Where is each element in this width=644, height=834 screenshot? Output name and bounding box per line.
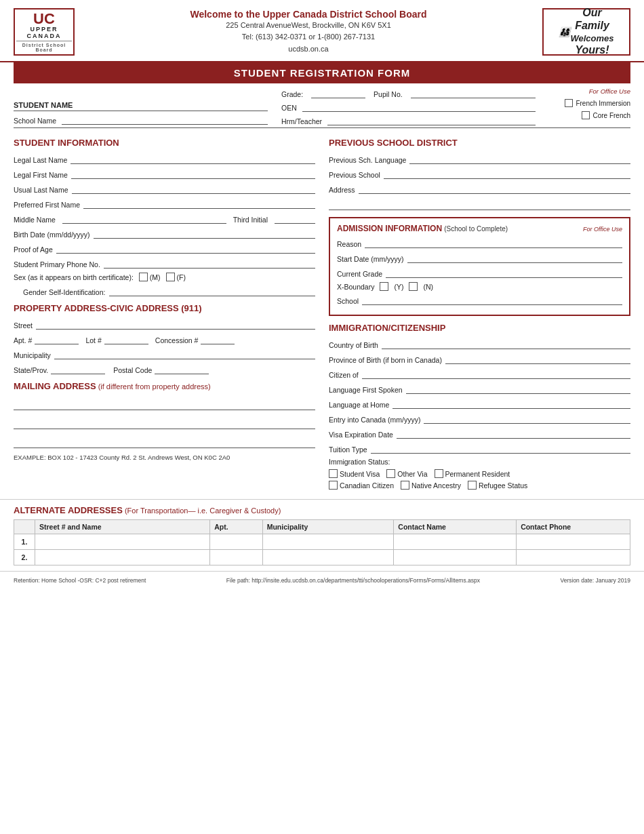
admission-section: ADMISSION INFORMATION (School to Complet…: [329, 217, 630, 316]
row2-contact-name[interactable]: [394, 550, 517, 565]
student-info-section: STUDENT INFORMATION Legal Last Name Lega…: [14, 138, 315, 296]
sex-m-checkbox[interactable]: [139, 273, 148, 281]
prev-sch-lang-field[interactable]: [409, 153, 630, 164]
entry-canada-field[interactable]: [424, 413, 630, 424]
legal-last-name-row: Legal Last Name: [14, 153, 315, 164]
apt-item: Apt. #: [14, 334, 79, 344]
start-date-field[interactable]: [407, 252, 622, 263]
other-via-option: Other Via: [386, 469, 427, 478]
grade-label: Grade:: [281, 90, 303, 98]
third-initial-field[interactable]: [275, 213, 315, 224]
address-line1: 225 Central AvenueWest, Brockville, ON K…: [75, 20, 542, 32]
legal-last-name-field[interactable]: [71, 153, 315, 164]
legal-first-name-row: Legal First Name: [14, 168, 315, 179]
native-ancestry-checkbox[interactable]: [401, 481, 409, 490]
property-title: PROPERTY ADDRESS-CIVIC ADDRESS (911): [14, 303, 315, 313]
previous-school-section: PREVIOUS SCHOOL DISTRICT Previous Sch. L…: [329, 138, 630, 210]
prev-school-field[interactable]: [384, 168, 630, 179]
legal-first-name-field[interactable]: [71, 168, 315, 179]
concession-field[interactable]: [201, 334, 235, 344]
tuition-type-field[interactable]: [371, 443, 630, 454]
legal-last-name-label: Legal Last Name: [14, 156, 71, 164]
admission-subtitle: (School to Complete): [444, 225, 508, 233]
prev-address-field[interactable]: [359, 183, 630, 194]
birth-date-field[interactable]: [94, 228, 315, 239]
usual-last-name-field[interactable]: [72, 183, 315, 194]
province-birth-field[interactable]: [445, 353, 630, 364]
core-french-checkbox[interactable]: [582, 111, 590, 119]
status-row-1: Student Visa Other Via Permanent Residen…: [329, 469, 630, 478]
row2-contact-phone[interactable]: [517, 550, 630, 565]
logo-district-text: District School Board: [16, 41, 72, 52]
preferred-first-name-row: Preferred First Name: [14, 198, 315, 209]
prev-address-field-2[interactable]: [329, 198, 630, 210]
admission-school-field[interactable]: [362, 294, 622, 305]
row2-municipality[interactable]: [262, 550, 394, 565]
middle-name-field[interactable]: [62, 213, 226, 224]
xboundary-n-checkbox[interactable]: [409, 282, 418, 291]
municipality-field[interactable]: [54, 349, 315, 359]
row2-street[interactable]: [35, 550, 209, 565]
row1-apt[interactable]: [210, 534, 262, 550]
permanent-resident-checkbox[interactable]: [435, 469, 443, 478]
current-grade-field[interactable]: [386, 267, 622, 278]
row1-street[interactable]: [35, 534, 209, 550]
col-municipality-header: Municipality: [262, 520, 394, 534]
street-field[interactable]: [36, 319, 315, 330]
xboundary-y-checkbox[interactable]: [380, 282, 388, 291]
core-french-row: Core French: [582, 111, 630, 119]
primary-phone-field[interactable]: [104, 258, 315, 269]
mailing-field-1[interactable]: [14, 397, 315, 410]
grade-field[interactable]: [311, 87, 365, 98]
postal-field[interactable]: [155, 363, 209, 374]
prev-school-label: Previous School: [329, 171, 384, 179]
lang-at-home-field[interactable]: [393, 398, 630, 409]
lang-first-spoken-field[interactable]: [406, 383, 630, 394]
top-info-area: STUDENT NAME School Name Grade: Pupil No…: [0, 83, 644, 127]
french-immersion-checkbox[interactable]: [565, 99, 573, 107]
canadian-citizen-checkbox[interactable]: [329, 481, 338, 490]
admission-title-group: ADMISSION INFORMATION (School to Complet…: [337, 224, 508, 233]
sex-f-checkbox[interactable]: [166, 273, 175, 281]
visa-expiry-field[interactable]: [397, 428, 630, 439]
country-birth-label: Country of Birth: [329, 341, 382, 349]
sex-m-option: (M): [139, 273, 161, 281]
top-right: For Office Use French Immersion Core Fre…: [536, 87, 630, 126]
gender-field[interactable]: [109, 285, 315, 296]
usual-last-name-row: Usual Last Name: [14, 183, 315, 194]
page-footer: Retention: Home School -OSR: C+2 post re…: [0, 571, 644, 589]
state-field[interactable]: [51, 363, 105, 374]
alternate-header: ALTERNATE ADDRESSES (For Transportation—…: [14, 505, 630, 515]
student-visa-checkbox[interactable]: [329, 469, 338, 478]
row2-apt[interactable]: [210, 550, 262, 565]
alt-subtitle: (For Transportation— i.e. Caregiver & Cu…: [125, 507, 281, 515]
usual-last-name-label: Usual Last Name: [14, 186, 72, 194]
row1-contact-name[interactable]: [394, 534, 517, 550]
right-column: PREVIOUS SCHOOL DISTRICT Previous Sch. L…: [329, 135, 630, 492]
other-via-label: Other Via: [397, 470, 427, 478]
other-via-checkbox[interactable]: [386, 469, 395, 478]
mailing-field-3[interactable]: [14, 435, 315, 448]
preferred-first-name-field[interactable]: [83, 198, 315, 209]
citizen-of-field[interactable]: [362, 368, 630, 379]
oen-field[interactable]: [302, 101, 536, 112]
school-logo: UC UPPERCANADA District School Board: [14, 8, 75, 56]
row1-contact-phone[interactable]: [517, 534, 630, 550]
country-birth-field[interactable]: [382, 338, 630, 349]
lot-field[interactable]: [104, 334, 148, 344]
reason-field[interactable]: [365, 237, 622, 248]
proof-of-age-field[interactable]: [56, 243, 315, 254]
student-name-label: STUDENT NAME: [14, 101, 73, 109]
mailing-field-2[interactable]: [14, 416, 315, 429]
header-center: Welcome to the Upper Canada District Sch…: [75, 9, 542, 56]
footer-version: Version date: January 2019: [561, 577, 631, 584]
refugee-status-checkbox[interactable]: [468, 481, 477, 490]
apt-field[interactable]: [35, 334, 79, 344]
permanent-resident-label: Permanent Resident: [445, 470, 510, 478]
row1-municipality[interactable]: [262, 534, 394, 550]
hrm-field[interactable]: [327, 115, 536, 125]
pupil-no-field[interactable]: [411, 87, 536, 98]
prev-school-row: Previous School: [329, 168, 630, 179]
address-line2: Tel: (613) 342-0371 or 1-(800) 267-7131: [75, 31, 542, 43]
col-street-header: Street # and Name: [35, 520, 209, 534]
